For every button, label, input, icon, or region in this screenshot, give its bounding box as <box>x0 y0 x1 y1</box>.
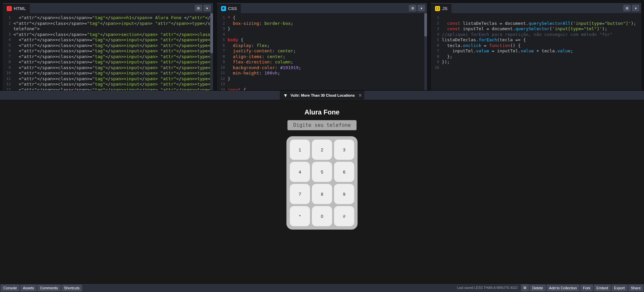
comments-button[interactable]: Comments <box>37 285 60 291</box>
key-8[interactable]: 8 <box>312 184 332 204</box>
js-title: JS <box>442 6 447 11</box>
key-3[interactable]: 3 <box>334 140 354 160</box>
html-scrollbar[interactable] <box>210 13 213 90</box>
css-scrollbar[interactable] <box>424 13 427 90</box>
footer-right-buttons: DeleteAdd to CollectionForkEmbedExportSh… <box>530 285 643 291</box>
add-to-collection-button[interactable]: Add to Collection <box>546 285 580 291</box>
html-dropdown-button[interactable]: ▾ <box>204 5 211 11</box>
js-code-lines[interactable]: const listaDeTeclas = document.querySele… <box>442 15 641 90</box>
js-settings-button[interactable]: ⚙ <box>623 5 631 11</box>
html-scrollbar-thumb[interactable] <box>210 13 213 53</box>
css-title: CSS <box>228 6 237 11</box>
key-*[interactable]: * <box>290 206 310 226</box>
save-status: Last saved LESS THAN A MINUTE AGO <box>454 286 520 290</box>
preview-title: Alura Fone <box>305 108 339 116</box>
telephone-input[interactable] <box>287 120 357 130</box>
css-dropdown-button[interactable]: ▾ <box>418 5 425 11</box>
gear-icon: ⚙ <box>626 6 629 10</box>
footer-right: Last saved LESS THAN A MINUTE AGO ⧉ Dele… <box>454 284 643 291</box>
key-4[interactable]: 4 <box>290 162 310 182</box>
html-actions: ⚙ ▾ <box>195 5 213 11</box>
css-tab[interactable]: ✱ CSS <box>217 3 241 13</box>
css-panel-header: ✱ CSS ⚙ ▾ <box>217 3 427 13</box>
html-settings-button[interactable]: ⚙ <box>195 5 202 11</box>
css-code-area[interactable]: 1234567891011121314 * { box-sizing: bord… <box>217 13 427 90</box>
share-button[interactable]: Share <box>628 285 643 291</box>
js-panel-header: ( ) JS ⚙ ▾ <box>431 3 641 13</box>
css-panel: ✱ CSS ⚙ ▾ 1234567891011121314 * { box-si… <box>217 3 427 90</box>
html-code-lines[interactable]: <"attr"</span>>class</span>="tag"</span>… <box>13 15 213 90</box>
css-gutter: 1234567891011121314 <box>217 15 228 90</box>
footer-bar: ConsoleAssetsCommentsShortcuts Last save… <box>0 283 644 292</box>
gear-icon: ⚙ <box>197 6 200 10</box>
js-icon: ( ) <box>435 6 440 11</box>
css-icon: ✱ <box>221 6 226 11</box>
external-link-icon: ⧉ <box>524 286 526 290</box>
key-9[interactable]: 9 <box>334 184 354 204</box>
key-6[interactable]: 6 <box>334 162 354 182</box>
delete-button[interactable]: Delete <box>530 285 546 291</box>
html-tab[interactable]: / HTML <box>3 3 30 13</box>
key-0[interactable]: 0 <box>312 206 332 226</box>
shortcuts-button[interactable]: Shortcuts <box>61 285 82 291</box>
ad-bar: ▼ Vultr: More Than 30 Cloud Locations ✕ <box>0 90 644 100</box>
js-dropdown-button[interactable]: ▾ <box>632 5 639 11</box>
vultr-logo-icon: ▼ <box>283 93 288 98</box>
chevron-down-icon: ▾ <box>635 6 637 10</box>
gear-icon: ⚙ <box>411 6 414 10</box>
chevron-down-icon: ▾ <box>206 6 208 10</box>
key-2[interactable]: 2 <box>312 140 332 160</box>
close-icon: ✕ <box>358 93 362 98</box>
top-strip <box>0 0 644 3</box>
html-code-area[interactable]: 12345678910111213 <"attr"</span>>class</… <box>3 13 213 90</box>
js-code-area[interactable]: 12345678910 const listaDeTeclas = docume… <box>431 13 641 90</box>
html-icon: / <box>7 6 12 11</box>
html-panel-header: / HTML ⚙ ▾ <box>3 3 213 13</box>
ad-text: Vultr: More Than 30 Cloud Locations <box>290 93 355 97</box>
preview-pane: Alura Fone 123456789*0# <box>0 100 644 283</box>
html-gutter: 12345678910111213 <box>3 15 13 90</box>
ad-banner[interactable]: ▼ Vultr: More Than 30 Cloud Locations ✕ <box>280 91 364 100</box>
js-tab[interactable]: ( ) JS <box>431 3 451 13</box>
key-1[interactable]: 1 <box>290 140 310 160</box>
keypad: 123456789*0# <box>286 136 358 230</box>
key-5[interactable]: 5 <box>312 162 332 182</box>
css-code-lines[interactable]: * { box-sizing: border-box;} body { disp… <box>228 15 427 90</box>
fork-button[interactable]: Fork <box>580 285 593 291</box>
editors-row: / HTML ⚙ ▾ 12345678910111213 <"attr"</sp… <box>0 3 644 90</box>
chevron-down-icon: ▾ <box>421 6 422 10</box>
html-title: HTML <box>14 6 26 11</box>
key-7[interactable]: 7 <box>290 184 310 204</box>
html-panel: / HTML ⚙ ▾ 12345678910111213 <"attr"</sp… <box>3 3 213 90</box>
css-settings-button[interactable]: ⚙ <box>409 5 416 11</box>
key-#[interactable]: # <box>334 206 354 226</box>
js-gutter: 12345678910 <box>431 15 442 90</box>
open-external-button[interactable]: ⧉ <box>521 284 529 291</box>
embed-button[interactable]: Embed <box>594 285 611 291</box>
js-panel: ( ) JS ⚙ ▾ 12345678910 const listaDeTecl… <box>431 3 641 90</box>
assets-button[interactable]: Assets <box>20 285 37 291</box>
ad-close-button[interactable]: ✕ <box>358 93 362 98</box>
css-actions: ⚙ ▾ <box>409 5 427 11</box>
console-button[interactable]: Console <box>1 285 19 291</box>
footer-left: ConsoleAssetsCommentsShortcuts <box>1 285 82 291</box>
export-button[interactable]: Export <box>611 285 628 291</box>
js-actions: ⚙ ▾ <box>623 5 641 11</box>
css-scrollbar-thumb[interactable] <box>424 13 427 37</box>
